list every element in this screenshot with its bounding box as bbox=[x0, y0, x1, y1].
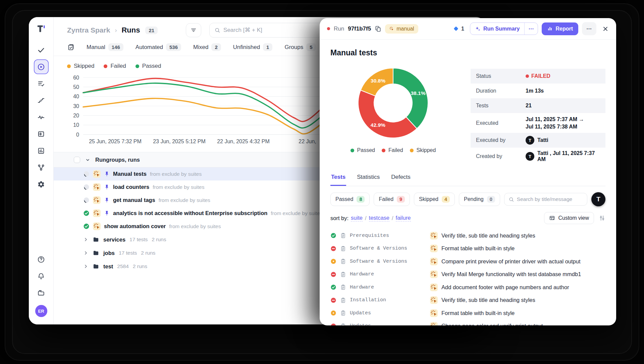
sidebar-item-milestones[interactable] bbox=[34, 160, 49, 175]
legend-item: Skipped bbox=[410, 147, 436, 153]
svg-text:30.8%: 30.8% bbox=[371, 78, 385, 84]
user-avatar[interactable]: ER bbox=[35, 305, 47, 317]
filter-button[interactable] bbox=[186, 23, 201, 37]
test-row[interactable]: HardwareAdd document footer with page nu… bbox=[330, 281, 605, 294]
chevron-down-icon[interactable] bbox=[85, 157, 91, 163]
sort-by-label: sort by: bbox=[330, 215, 348, 221]
sidebar-item-list-check[interactable] bbox=[34, 76, 49, 91]
pin-icon bbox=[104, 171, 110, 177]
sort-link-suite[interactable]: suite bbox=[351, 215, 363, 221]
chevron-right-icon bbox=[83, 264, 89, 269]
panel-body: Manual tests 38.1%42.9%30.8% PassedFaile… bbox=[320, 40, 616, 325]
suite-name: Updates bbox=[350, 323, 426, 325]
test-row[interactable]: UpdatesFormat table with built-in style bbox=[330, 307, 605, 320]
run-summary-more-button[interactable]: ⋯ bbox=[524, 23, 538, 35]
tab-groups[interactable]: Groups5 bbox=[284, 43, 316, 51]
sidebar-item-folder[interactable] bbox=[34, 285, 49, 300]
legend-item: Failed bbox=[382, 147, 403, 153]
search-input[interactable] bbox=[223, 27, 318, 34]
sort-link-testcase[interactable]: testcase bbox=[369, 215, 389, 221]
detail-row: Created byTTatti , Jul 11, 2025 7:37 AM bbox=[471, 148, 605, 165]
search-icon bbox=[508, 197, 514, 202]
detail-value: 1m 13s bbox=[526, 88, 544, 94]
detail-key: Status bbox=[476, 73, 526, 79]
tests-search-input[interactable] bbox=[517, 196, 583, 202]
group-runs-count: 2 runs bbox=[152, 237, 166, 243]
x-tick-label: 22 Jun, 2025 4:32 PM bbox=[211, 139, 275, 145]
folder-icon bbox=[93, 263, 99, 270]
test-row[interactable]: UpdatesChange page color and verify prin… bbox=[330, 320, 605, 325]
run-type-badge: manual bbox=[385, 24, 418, 34]
chevron-right-icon bbox=[83, 250, 89, 256]
panel-more-button[interactable]: ⋯ bbox=[582, 22, 596, 35]
manual-test-icon bbox=[430, 296, 438, 304]
test-row[interactable]: HardwareVerify Mail Merge functionality … bbox=[330, 268, 605, 281]
test-title: Verify title, sub title and heading styl… bbox=[441, 297, 535, 303]
sidebar-item-steps[interactable] bbox=[34, 93, 49, 108]
sidebar-item-play-circle[interactable] bbox=[34, 59, 49, 74]
sidebar-item-bar-chart[interactable] bbox=[34, 143, 49, 158]
test-title: Verify Mail Merge functionality with tes… bbox=[441, 271, 581, 277]
legend-item: Passed bbox=[136, 63, 161, 69]
tab-tests[interactable]: Tests bbox=[330, 174, 346, 186]
desktop-background: ER Zyntra Spark › Runs 21 Manual146Autom… bbox=[0, 0, 644, 364]
status-badge: FAILED bbox=[526, 73, 550, 79]
sidebar-item-bell[interactable] bbox=[34, 269, 49, 283]
sort-link-failure[interactable]: failure bbox=[396, 215, 411, 221]
chip-count-badge: 0 bbox=[487, 196, 495, 203]
tab-unfinished[interactable]: Unfinished1 bbox=[233, 43, 273, 51]
tab-statistics[interactable]: Statistics bbox=[356, 174, 380, 186]
filter-chip-failed[interactable]: Failed9 bbox=[374, 193, 410, 206]
filter-chip-skipped[interactable]: Skipped4 bbox=[414, 193, 455, 206]
sidebar-item-test-box[interactable] bbox=[34, 126, 49, 141]
detail-key: Executed by bbox=[476, 137, 526, 143]
run-summary-button[interactable]: Run Summary ⋯ bbox=[470, 22, 538, 35]
legend-dot bbox=[351, 149, 354, 152]
manual-test-icon bbox=[430, 245, 438, 252]
tab-defects[interactable]: Defects bbox=[390, 174, 411, 186]
sidebar: ER bbox=[29, 17, 54, 324]
filter-chip-pending[interactable]: Pending0 bbox=[459, 193, 500, 206]
sidebar-item-activity[interactable] bbox=[34, 110, 49, 124]
tab-label: Manual bbox=[87, 44, 105, 51]
sidebar-item-gear[interactable] bbox=[34, 177, 49, 192]
test-title: Format table with built-in style bbox=[441, 310, 515, 316]
test-row[interactable]: InstallationVerify title, sub title and … bbox=[330, 294, 605, 307]
tab-label: Mixed bbox=[193, 44, 208, 51]
group-tests-count: 2584 bbox=[117, 263, 128, 269]
breadcrumb-product[interactable]: Zyntra Spark bbox=[67, 26, 110, 34]
custom-view-button[interactable]: Custom view bbox=[544, 212, 594, 224]
copy-icon[interactable] bbox=[375, 25, 381, 32]
run-list-icon[interactable] bbox=[67, 44, 74, 51]
tab-automated[interactable]: Automated536 bbox=[136, 43, 181, 51]
run-source: from exclude by suites bbox=[271, 210, 322, 216]
svg-text:60: 60 bbox=[73, 75, 79, 81]
svg-text:38.1%: 38.1% bbox=[411, 90, 425, 96]
chip-count-badge: 8 bbox=[357, 196, 365, 203]
detail-value: TTatti bbox=[526, 136, 548, 145]
filter-chip-passed[interactable]: Passed8 bbox=[330, 193, 370, 206]
manual-test-icon bbox=[430, 309, 438, 317]
sidebar-item-help[interactable] bbox=[34, 252, 49, 267]
tab-count-badge: 2 bbox=[211, 43, 221, 51]
run-name: get manual tags bbox=[113, 197, 155, 203]
select-all-checkbox[interactable] bbox=[74, 157, 80, 163]
test-row[interactable]: PrerequisitesVerify title, sub title and… bbox=[330, 229, 605, 242]
manual-cursor-icon bbox=[389, 26, 394, 31]
assistant-logo-button[interactable]: T bbox=[591, 192, 605, 206]
tab-manual[interactable]: Manual146 bbox=[87, 43, 123, 51]
failed-status-icon bbox=[330, 297, 336, 303]
jira-link[interactable]: 1 bbox=[453, 25, 464, 32]
passed-status-icon bbox=[83, 210, 90, 216]
x-tick-label: 25 Jun, 2025 7:32 PM bbox=[83, 139, 147, 145]
group-name: test bbox=[103, 263, 113, 270]
test-row[interactable]: Software & VersionsFormat table with bui… bbox=[330, 242, 605, 255]
sliders-icon[interactable] bbox=[599, 215, 605, 221]
test-row[interactable]: Software & VersionsCompare print preview… bbox=[330, 255, 605, 268]
sidebar-item-check[interactable] bbox=[34, 43, 49, 57]
tab-mixed[interactable]: Mixed2 bbox=[193, 43, 221, 51]
running-status-icon bbox=[83, 171, 90, 177]
manual-test-icon bbox=[430, 322, 438, 325]
report-button[interactable]: Report bbox=[542, 22, 578, 35]
close-icon[interactable] bbox=[602, 25, 609, 32]
